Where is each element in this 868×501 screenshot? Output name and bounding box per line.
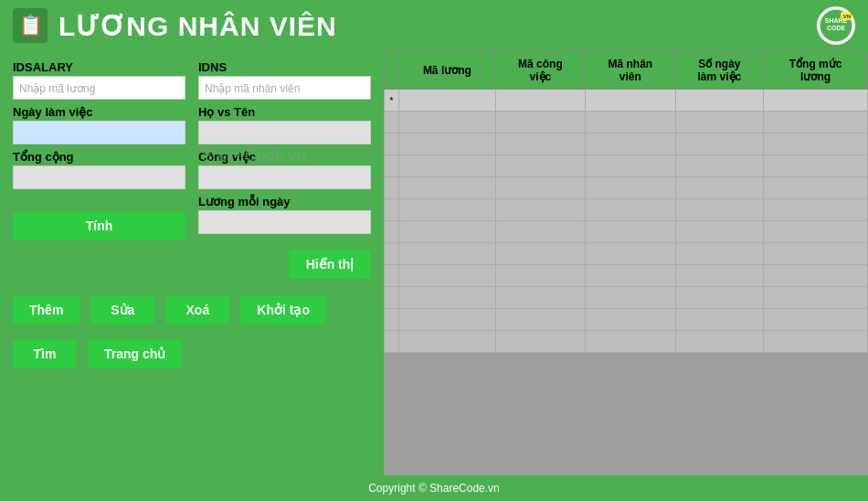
row-marker (385, 287, 399, 309)
hienthi-row: Hiển thị (13, 250, 371, 279)
cell-tong-muc (764, 243, 868, 265)
svg-text:CODE: CODE (827, 25, 846, 31)
idns-label: IDNS (198, 60, 371, 74)
ngay-input[interactable] (13, 121, 185, 144)
cell-ma-cong-viec (495, 287, 585, 309)
khoitao-button[interactable]: Khởi tạo (240, 295, 326, 325)
col-marker (385, 52, 399, 90)
idns-input[interactable] (198, 76, 371, 100)
congviec-display (198, 165, 371, 189)
cell-ma-nhan-vien (586, 155, 675, 177)
cell-ma-luong (399, 265, 496, 287)
cell-ma-nhan-vien (586, 177, 675, 199)
cell-ma-cong-viec (495, 221, 585, 243)
ngay-label: Ngày làm việc (13, 105, 185, 119)
cell-ma-nhan-vien (586, 265, 675, 287)
cell-ma-nhan-vien (586, 112, 675, 133)
row-marker: * (385, 90, 399, 112)
app-icon: 📋 (13, 8, 48, 43)
cell-ma-luong (399, 199, 496, 221)
sua-button[interactable]: Sửa (90, 295, 154, 325)
cell-so-ngay (675, 177, 764, 199)
cell-ma-luong (399, 133, 496, 155)
action-row-2: Tìm Trang chủ (13, 339, 371, 368)
congviec-group: Công việc (198, 150, 371, 189)
cell-ma-cong-viec (495, 155, 585, 177)
col-ma-luong: Mã lương (399, 52, 496, 90)
row-marker (385, 177, 399, 199)
cell-ma-luong (399, 155, 496, 177)
hienthi-button[interactable]: Hiển thị (289, 250, 371, 279)
left-panel: IDSALARY IDNS Ngày làm việc Họ vs Tên Tổ… (0, 51, 384, 475)
table-row (385, 243, 868, 265)
cell-tong-muc (764, 265, 868, 287)
table-row (385, 112, 868, 133)
tim-button[interactable]: Tìm (13, 339, 77, 368)
tinh-button[interactable]: Tính (13, 211, 185, 240)
cell-ma-nhan-vien (586, 90, 675, 112)
cell-ma-cong-viec (495, 265, 585, 287)
table-container[interactable]: Mã lương Mã côngviệc Mã nhânviên Số ngày… (384, 51, 868, 475)
hoten-group: Họ vs Tên (198, 105, 371, 144)
row-marker (385, 265, 399, 287)
svg-text:.VN: .VN (842, 14, 851, 19)
cell-so-ngay (675, 331, 764, 353)
luong-label: Lương mỗi ngày (198, 195, 371, 208)
table-row (385, 177, 868, 199)
cell-tong-muc (764, 199, 868, 221)
tongcong-label: Tổng cộng (13, 150, 185, 164)
cell-tong-muc (764, 309, 868, 331)
row-marker (385, 331, 399, 353)
trangchu-button[interactable]: Trang chủ (88, 339, 182, 368)
tongcong-group: Tổng cộng (13, 150, 185, 189)
luong-display (198, 210, 371, 234)
cell-ma-cong-viec (495, 133, 585, 155)
cell-ma-nhan-vien (586, 309, 675, 331)
cell-so-ngay (675, 112, 764, 133)
cell-tong-muc (764, 112, 868, 133)
table-row (385, 155, 868, 177)
table-row (385, 221, 868, 243)
cell-tong-muc (764, 287, 868, 309)
footer: Copyright © ShareCode.vn (0, 475, 868, 501)
cell-ma-cong-viec (495, 309, 585, 331)
table-row (385, 199, 868, 221)
row-tinh-luong: Tính Lương mỗi ngày (13, 195, 371, 240)
sharecode-logo: SHARE CODE .VN (817, 6, 855, 45)
cell-ma-luong (399, 309, 496, 331)
cell-tong-muc (764, 331, 868, 353)
cell-ma-nhan-vien (586, 133, 675, 155)
idsalary-label: IDSALARY (13, 60, 185, 74)
idsalary-input[interactable] (13, 76, 185, 100)
table-row (385, 331, 868, 353)
cell-so-ngay (675, 133, 764, 155)
cell-ma-luong (399, 287, 496, 309)
col-so-ngay: Số ngàylàm việc (675, 52, 764, 90)
action-row-1: Thêm Sửa Xoá Khởi tạo (13, 295, 371, 325)
them-button[interactable]: Thêm (13, 295, 79, 325)
cell-ma-luong (399, 112, 496, 133)
right-panel: Mã lương Mã côngviệc Mã nhânviên Số ngày… (384, 51, 868, 475)
tongcong-display (13, 165, 185, 189)
cell-tong-muc (764, 177, 868, 199)
row-marker (385, 199, 399, 221)
cell-ma-luong (399, 221, 496, 243)
cell-so-ngay (675, 265, 764, 287)
luong-group: Lương mỗi ngày (198, 195, 371, 240)
table-row (385, 287, 868, 309)
row-tong-congviec: Tổng cộng Công việc (13, 150, 371, 189)
cell-so-ngay (675, 287, 764, 309)
hoten-label: Họ vs Tên (198, 105, 371, 119)
idns-group: IDNS (198, 60, 371, 100)
row-marker (385, 155, 399, 177)
cell-ma-cong-viec (495, 177, 585, 199)
cell-ma-nhan-vien (586, 331, 675, 353)
cell-so-ngay (675, 221, 764, 243)
cell-ma-cong-viec (495, 243, 585, 265)
cell-so-ngay (675, 199, 764, 221)
xoa-button[interactable]: Xoá (165, 295, 229, 325)
congviec-label: Công việc (198, 150, 371, 164)
ngay-group: Ngày làm việc (13, 105, 185, 144)
header: 📋 LƯƠNG NHÂN VIÊN SHARE CODE .VN (0, 0, 868, 51)
cell-tong-muc (764, 133, 868, 155)
